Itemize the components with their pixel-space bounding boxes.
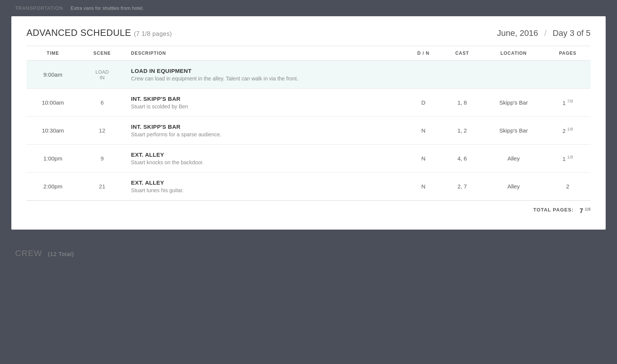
col-header-scene: SCENE: [79, 46, 125, 61]
description-cell: EXT. ALLEYStuart tunes his guitar.: [125, 173, 405, 201]
description-cell: LOAD IN EQUIPMENTCrew can load in equipm…: [125, 61, 405, 89]
table-row: 10:30am12INT. SKIPP'S BARStuart performs…: [26, 117, 591, 145]
schedule-title: ADVANCED SCHEDULE (7 1/8 pages): [26, 28, 172, 38]
description-cell: INT. SKIPP'S BARStuart performs for a sp…: [125, 117, 405, 145]
schedule-date: June, 2016 / Day 3 of 5: [497, 28, 591, 38]
header-row: TIME SCENE DESCRIPTION D / N CAST LOCATI…: [26, 46, 591, 61]
desc-subtitle: Stuart is scolded by Ben: [131, 103, 397, 110]
scene-cell: 21: [79, 173, 125, 201]
description-cell: EXT. ALLEYStuart knocks on the backdoor.: [125, 145, 405, 173]
schedule-card: ADVANCED SCHEDULE (7 1/8 pages) June, 20…: [11, 16, 606, 230]
location-cell: [482, 61, 545, 89]
dn-cell: N: [405, 117, 442, 145]
cast-cell: 2, 7: [442, 173, 482, 201]
col-header-location: LOCATION: [482, 46, 545, 61]
cast-cell: 1, 8: [442, 89, 482, 117]
schedule-thead: TIME SCENE DESCRIPTION D / N CAST LOCATI…: [26, 46, 591, 61]
cast-cell: [442, 61, 482, 89]
dn-cell: D: [405, 89, 442, 117]
scene-cell: LOADIN: [79, 61, 125, 89]
scene-cell: 9: [79, 145, 125, 173]
schedule-title-block: ADVANCED SCHEDULE (7 1/8 pages): [26, 28, 172, 38]
scene-cell: 6: [79, 89, 125, 117]
crew-section: CREW (12 Total): [0, 241, 617, 266]
desc-title: LOAD IN EQUIPMENT: [131, 68, 397, 74]
desc-title: INT. SKIPP'S BAR: [131, 123, 397, 130]
col-header-time: TIME: [26, 46, 79, 61]
transportation-item: TRANSPORTATION Extra vans for shuttles f…: [15, 5, 144, 11]
desc-subtitle: Stuart performs for a sparse audience.: [131, 131, 397, 137]
col-header-description: DESCRIPTION: [125, 46, 405, 61]
time-cell: 10:30am: [26, 117, 79, 145]
location-cell: Skipp's Bar: [482, 89, 545, 117]
desc-subtitle: Stuart knocks on the backdoor.: [131, 159, 397, 165]
time-cell: 10:00am: [26, 89, 79, 117]
transportation-value: Extra vans for shuttles from hotel.: [71, 5, 144, 11]
pages-cell: 2 1/8: [545, 117, 591, 145]
time-cell: 9:00am: [26, 61, 79, 89]
schedule-month-year: June, 2016: [497, 28, 538, 38]
dn-cell: N: [405, 173, 442, 201]
pages-cell: 1 1/8: [545, 145, 591, 173]
col-header-cast: CAST: [442, 46, 482, 61]
time-cell: 1:00pm: [26, 145, 79, 173]
desc-subtitle: Stuart tunes his guitar.: [131, 187, 397, 193]
pages-info: (7 1/8 pages): [134, 31, 172, 37]
table-row: 1:00pm9EXT. ALLEYStuart knocks on the ba…: [26, 145, 591, 173]
crew-count: (12 Total): [48, 251, 74, 257]
pages-cell: [545, 61, 591, 89]
total-value: 7 1/8: [580, 207, 591, 214]
top-banner: TRANSPORTATION Extra vans for shuttles f…: [0, 0, 617, 16]
total-row: TOTAL PAGES: 7 1/8: [26, 201, 591, 214]
date-divider: /: [544, 28, 546, 38]
desc-title: INT. SKIPP'S BAR: [131, 96, 397, 102]
desc-subtitle: Crew can load in equipment in the alley.…: [131, 76, 397, 82]
time-cell: 2:00pm: [26, 173, 79, 201]
schedule-day: Day 3 of 5: [553, 28, 591, 38]
pages-cell: 2: [545, 173, 591, 201]
col-header-dn: D / N: [405, 46, 442, 61]
pages-cell: 1 7/8: [545, 89, 591, 117]
dn-cell: N: [405, 145, 442, 173]
table-row: 9:00amLOADINLOAD IN EQUIPMENTCrew can lo…: [26, 61, 591, 89]
total-label: TOTAL PAGES:: [533, 207, 574, 214]
transportation-label: TRANSPORTATION: [15, 5, 63, 11]
scene-cell: 12: [79, 117, 125, 145]
col-header-pages: PAGES: [545, 46, 591, 61]
table-row: 2:00pm21EXT. ALLEYStuart tunes his guita…: [26, 173, 591, 201]
location-cell: Skipp's Bar: [482, 117, 545, 145]
table-row: 10:00am6INT. SKIPP'S BARStuart is scolde…: [26, 89, 591, 117]
crew-heading: CREW (12 Total): [15, 248, 74, 258]
cast-cell: 4, 6: [442, 145, 482, 173]
dn-cell: [405, 61, 442, 89]
location-cell: Alley: [482, 173, 545, 201]
schedule-table: TIME SCENE DESCRIPTION D / N CAST LOCATI…: [26, 46, 591, 201]
desc-title: EXT. ALLEY: [131, 179, 397, 186]
location-cell: Alley: [482, 145, 545, 173]
description-cell: INT. SKIPP'S BARStuart is scolded by Ben: [125, 89, 405, 117]
cast-cell: 1, 2: [442, 117, 482, 145]
schedule-tbody: 9:00amLOADINLOAD IN EQUIPMENTCrew can lo…: [26, 61, 591, 201]
schedule-header: ADVANCED SCHEDULE (7 1/8 pages) June, 20…: [26, 28, 591, 38]
desc-title: EXT. ALLEY: [131, 151, 397, 158]
